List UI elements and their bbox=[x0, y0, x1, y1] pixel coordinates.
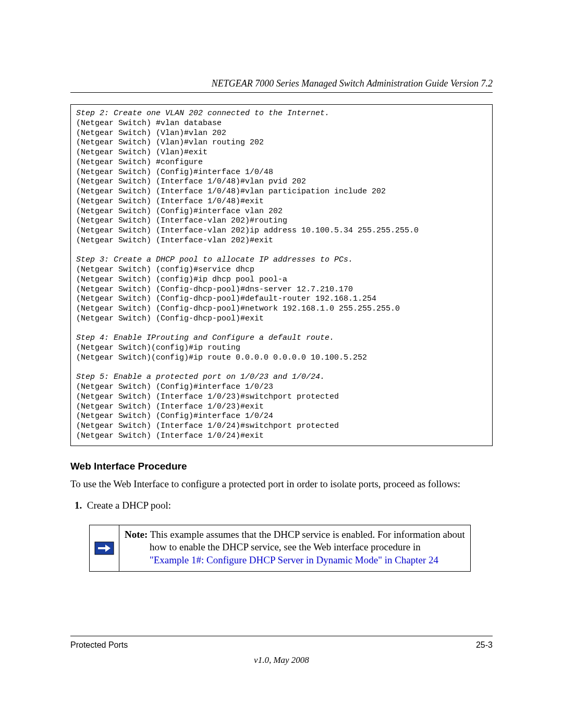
page: NETGEAR 7000 Series Managed Switch Admin… bbox=[0, 0, 563, 728]
step5-body: (Netgear Switch) (Config)#interface 1/0/… bbox=[76, 382, 339, 440]
note-label: Note: bbox=[125, 529, 148, 540]
section-intro: To use the Web Interface to configure a … bbox=[70, 477, 493, 491]
footer-version: v1.0, May 2008 bbox=[70, 655, 493, 665]
footer-right: 25-3 bbox=[476, 640, 493, 650]
step4-title: Step 4: Enable IProuting and Configure a… bbox=[76, 334, 334, 342]
list-item-1: 1. Create a DHCP pool: bbox=[89, 499, 493, 512]
step5-title: Step 5: Enable a protected port on 1/0/2… bbox=[76, 373, 325, 381]
step2-body: (Netgear Switch) #vlan database (Netgear… bbox=[76, 119, 419, 245]
footer-row: Protected Ports 25-3 bbox=[70, 640, 493, 650]
note-icon-cell bbox=[89, 525, 119, 572]
note-box: Note: This example assumes that the DHCP… bbox=[89, 525, 493, 572]
header-rule bbox=[70, 92, 493, 93]
page-footer: Protected Ports 25-3 v1.0, May 2008 bbox=[70, 636, 493, 665]
step3-title: Step 3: Create a DHCP pool to allocate I… bbox=[76, 255, 353, 264]
note-xref-link[interactable]: "Example 1#: Configure DHCP Server in Dy… bbox=[150, 554, 438, 565]
note-line2: how to enable the DHCP service, see the … bbox=[150, 541, 421, 552]
list-item-1-text: Create a DHCP pool: bbox=[87, 500, 171, 511]
arrow-right-icon bbox=[94, 541, 114, 555]
list-item-1-number: 1. bbox=[75, 500, 82, 511]
note-line2-wrap: how to enable the DHCP service, see the … bbox=[125, 541, 465, 566]
note-line1: This example assumes that the DHCP servi… bbox=[148, 529, 464, 540]
note-text: Note: This example assumes that the DHCP… bbox=[119, 525, 471, 572]
step3-body: (Netgear Switch) (config)#service dhcp (… bbox=[76, 265, 400, 323]
svg-rect-1 bbox=[98, 547, 105, 549]
section-heading: Web Interface Procedure bbox=[70, 461, 493, 472]
step2-title: Step 2: Create one VLAN 202 connected to… bbox=[76, 109, 329, 118]
doc-header-title: NETGEAR 7000 Series Managed Switch Admin… bbox=[70, 78, 493, 89]
step4-body: (Netgear Switch)(config)#ip routing (Net… bbox=[76, 343, 367, 362]
cli-code-block: Step 2: Create one VLAN 202 connected to… bbox=[70, 104, 493, 446]
footer-left: Protected Ports bbox=[70, 640, 128, 650]
footer-rule bbox=[70, 636, 493, 636]
